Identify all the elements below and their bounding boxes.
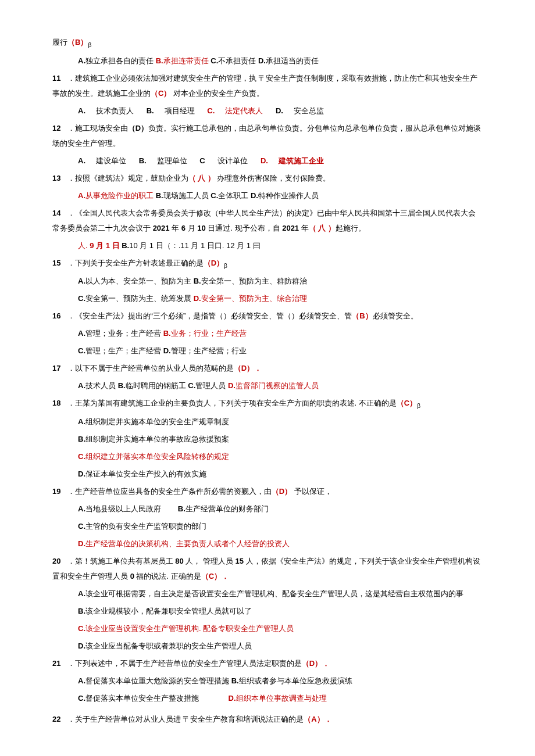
opt-a: 管理；业务；生产经营 [85,329,163,338]
opt-b: 组织或者参与本单位应急救援演练 [239,676,352,685]
opt-c-label: C. [78,522,85,531]
opt-c: 安全第一、预防为主、统筹发展 [85,294,194,303]
q18-opt-b: B.组织制定并实施本单位的事故应急救援预案 [52,432,483,447]
opt-a-label: A. [78,589,85,598]
q19-answer: （D） [272,487,292,496]
opt-c-label: C. [211,191,218,200]
q21-text1: ．下列表述中，不属于生产经营单位的安全生产管理人员法定职责的是 [65,659,302,668]
q15-sub: β [224,262,227,268]
opt-a-pre: 人. [78,241,90,250]
opt-d-label: D. [78,539,85,548]
opt-b-label: B. [163,329,171,338]
q11-num: 11 [52,71,65,86]
q16-text1: ．《安全生产法》提出的“三个必须”，是指管（）必须管安全、管（）必须管安全、管 [65,311,352,320]
frag-text: 履行 [52,38,67,46]
opt-b-label: B. [139,156,147,165]
opt-b-label: B. [147,106,154,115]
opt-a: 技术人员 [85,381,118,390]
opt-d-label: D. [261,156,268,165]
q19-opts-1: A.当地县级以上人民政府 B.生产经营单位的财务部门 [52,501,483,517]
question-13: 13 ．按照《建筑法》规定，鼓励企业为（ 八 ） 办理意外伤害保险，支付保险费。 [52,171,483,186]
opt-b: 组织制定并实施本单位的事故应急救援预案 [85,435,229,443]
q20-text2: 人， 管理人员 [184,557,236,565]
q21-opts-2: C.督促落实本单位安全生产整改措施 D.组织本单位事故调查与处理 [52,691,483,706]
q20-b1: 80 [175,557,183,565]
q20-opt-b: B.该企业规模较小，配备兼职安全管理人员就可以了 [52,604,483,619]
question-19: 19 ．生产经营单位应当具备的安全生产条件所必需的资觐入，由（D） 予以保证， [52,484,483,499]
opt-d: 组织本单位事故调查与处理 [236,694,327,703]
q14-num: 14 [52,206,65,221]
q20-text1: ．第！筑施工单位共有基层员工 [65,557,175,565]
q18-opt-a: A.组织制定并实施本单位的安全生产规章制度 [52,414,483,429]
opt-d: 特种作业操作人员 [258,191,319,200]
opt-c: 设计单位 [216,156,248,165]
q16-text2: 必须管安全。 [373,311,418,320]
opt-c-label: C. [211,56,218,65]
q13-text2: 办理意外伤害保险，支付保险费。 [215,174,331,182]
opt-c-label: C. [78,694,85,703]
opt-a: 技术负责人 [96,106,134,115]
question-11: 11 ．建筑施工企业必须依法加强对建筑安全生产的管理，执 〒安全生产责任制制度，… [52,71,483,101]
opt-a-label: A. [78,676,85,685]
q13-text1: ．按照《建筑法》规定，鼓励企业为 [65,174,188,182]
q17-text1: ．以下不属于生产经营单位的从业人员的范畴的是 [65,364,234,372]
opt-c-label: C. [78,294,85,303]
q14-text4: 日通过. 现予公布，自 [206,224,282,232]
opt-a-label: A. [78,381,85,390]
opt-c-label: C. [78,346,85,355]
opt-d-label: D. [251,191,258,200]
q21-answer: （D）． [302,659,330,668]
q20-opt-d: D.该企业应当配备专职或者兼职的安全生产管理人员 [52,639,483,654]
opt-d: 承担适当的责任 [266,56,319,65]
opt-b: 临时聘用的钢筋工 [126,381,188,390]
opt-c: 主管的负有安全生产监管职责的部门 [85,522,206,531]
opt-b-label: B. [118,381,126,390]
q15-num: 15 [52,256,65,271]
q18-num: 18 [52,396,65,411]
q16-num: 16 [52,309,65,324]
question-21: 21 ．下列表述中，不属于生产经营单位的安全生产管理人员法定职责的是（D）． [52,656,483,671]
frag-answer: （B） [67,38,88,46]
q18-answer: （C） [397,399,417,407]
opt-a-label: A. [78,156,85,165]
q11-answer: （C） [151,89,171,98]
q18-opt-c: C.组织建立并落实本单位安全风险转移的规定 [52,449,483,464]
q22-answer: （A）． [304,715,331,723]
q11-options: A.技术负责人 B.项目经理 C.法定代表人 D.安全总监 [52,103,483,119]
opt-b: 生产经营单位的财务部门 [186,504,269,513]
q14-text2: 年 [170,224,181,232]
opt-d-label: D. [194,294,201,303]
opt-b-label: B. [178,504,186,513]
opt-d: 该企业应当配备专职或者兼职的安全生产管理人员 [85,642,252,650]
q20-answer: （C）． [201,572,229,581]
frag-sub: β [88,42,91,48]
q19-num: 19 [52,484,65,499]
q11-text2: 对本企业的安全生产负责。 [171,89,264,98]
opt-c-label: C [199,156,205,165]
opt-b: 项目经理 [165,106,195,115]
q14-options: 人. 9 月 1 日 B.10 月 1 日（：.11 月 1 日口. 12 月 … [52,238,483,253]
q21-opts-1: A.督促落实本单位重大危险源的安全管理措施 B.组织或者参与本单位应急救援演练 [52,673,483,689]
opt-d-label: D. [163,346,171,355]
q15-text1: ．下列关于安全生产方针表述最正确的是 [65,259,204,267]
opt-c: 督促落实本单位安全生产整改措施 [85,694,199,703]
opt-d-label: D. [258,56,266,65]
opt-c: 全体职工 [218,191,251,200]
q19-opt-c: C.主管的负有安全生产监管职责的部门 [52,519,483,534]
q14-b1: 2021 [153,224,170,232]
opt-b: 监理单位 [157,156,187,165]
q12-text1: ．施工现场安全由 [65,124,128,132]
opt-b-label: B. [78,435,85,443]
opt-d: 监督部门视察的监管人员 [236,381,319,390]
opt-c-label: C. [78,452,85,461]
q21-num: 21 [52,656,65,671]
opt-d-label: D. [228,381,236,390]
q18-sub: β [417,403,420,409]
opt-d-label: D. [229,694,236,703]
opt-b-label: B. [78,607,85,615]
q11-text1: ．建筑施工企业必须依法加强对建筑安全生产的管理，执 〒安全生产责任制制度，采取有… [52,74,477,98]
opt-d: 安全第一、预防为主、综合治理 [201,294,307,303]
opt-c-label: C. [78,624,85,633]
question-14: 14 ．《全国人民代表大会常务委员会关于修改（中华人民全生产法）的决定》已由中华… [52,206,483,236]
opt-c: 组织建立并落实本单位安全风险转移的规定 [85,452,229,461]
